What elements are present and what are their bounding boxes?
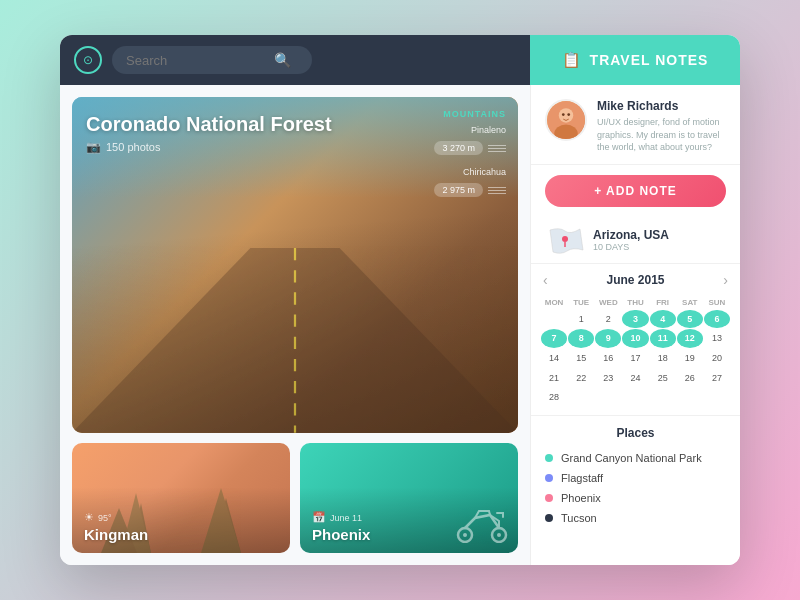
mountain-1-badge: 3 270 m (434, 141, 483, 155)
profile-section: Mike Richards UI/UX designer, fond of mo… (531, 85, 740, 165)
kingman-card[interactable]: ☀ 95° Kingman (72, 443, 290, 553)
calendar-day[interactable]: 22 (568, 369, 594, 388)
location-days: 10 DAYS (593, 242, 669, 252)
calendar-day[interactable]: 25 (650, 369, 676, 388)
mountains-overlay: MOUNTAINS Pinaleno 3 270 m (434, 109, 506, 197)
calendar-header: ‹ June 2015 › (541, 272, 730, 288)
calendar-day[interactable]: 17 (622, 349, 648, 368)
calendar-day[interactable]: 11 (650, 329, 676, 348)
mountain-2-badge: 2 975 m (434, 183, 483, 197)
place-dot (545, 474, 553, 482)
calendar-day[interactable]: 26 (677, 369, 703, 388)
mountain-2-name: Chiricahua (463, 167, 506, 177)
calendar-next-button[interactable]: › (721, 272, 730, 288)
svg-point-14 (562, 113, 565, 116)
mountain-1-name: Pinaleno (471, 125, 506, 135)
calendar-day[interactable]: 15 (568, 349, 594, 368)
calendar-day[interactable]: 6 (704, 310, 730, 329)
profile-bio: UI/UX designer, fond of motion graphics.… (597, 116, 726, 154)
calendar-day[interactable]: 13 (704, 329, 730, 348)
main-card[interactable]: Coronado National Forest 📷 150 photos MO… (72, 97, 518, 433)
places-section: Places Grand Canyon National ParkFlagsta… (531, 416, 740, 538)
photos-label: 150 photos (106, 141, 160, 153)
calendar-grid: MONTUEWEDTHUFRISATSUN1234567891011121314… (541, 296, 730, 407)
calendar-day[interactable]: 9 (595, 329, 621, 348)
place-item[interactable]: Tucson (545, 508, 726, 528)
calendar-prev-button[interactable]: ‹ (541, 272, 550, 288)
calendar-day[interactable]: 7 (541, 329, 567, 348)
place-item[interactable]: Phoenix (545, 488, 726, 508)
bottom-cards: ☀ 95° Kingman (72, 443, 518, 553)
place-item[interactable]: Grand Canyon National Park (545, 448, 726, 468)
mountains-label: MOUNTAINS (443, 109, 506, 119)
search-icon: 🔍 (274, 52, 291, 68)
svg-point-15 (567, 113, 570, 116)
sun-icon: ☀ (84, 511, 94, 524)
svg-point-16 (562, 236, 568, 242)
calendar-day (541, 310, 567, 329)
calendar-day[interactable]: 3 (622, 310, 648, 329)
place-dot (545, 494, 553, 502)
calendar-day[interactable]: 14 (541, 349, 567, 368)
phoenix-date-label: 📅 June 11 (312, 511, 506, 524)
kingman-card-content: ☀ 95° Kingman (72, 443, 290, 553)
location-section: Arizona, USA 10 DAYS (531, 217, 740, 264)
calendar-day[interactable]: 10 (622, 329, 648, 348)
calendar-day-header: SAT (677, 296, 703, 309)
calendar-day[interactable]: 28 (541, 388, 567, 407)
app-title: TRAVEL NOTES (590, 52, 709, 68)
place-name: Phoenix (561, 492, 601, 504)
calendar-day-header: THU (622, 296, 648, 309)
location-name: Arizona, USA (593, 228, 669, 242)
calendar-day[interactable]: 1 (568, 310, 594, 329)
mountain-1-lines (488, 145, 506, 152)
calendar-day[interactable]: 2 (595, 310, 621, 329)
logo-icon: ⊙ (74, 46, 102, 74)
place-dot (545, 514, 553, 522)
location-info: Arizona, USA 10 DAYS (593, 228, 669, 252)
calendar-day[interactable]: 20 (704, 349, 730, 368)
calendar-day-header: MON (541, 296, 567, 309)
place-item[interactable]: Flagstaff (545, 468, 726, 488)
phoenix-card-content: 📅 June 11 Phoenix (300, 443, 518, 553)
camera-icon: 📷 (86, 140, 101, 154)
header-right-travel-notes: 📋 TRAVEL NOTES (530, 35, 740, 85)
left-panel: Coronado National Forest 📷 150 photos MO… (60, 85, 530, 565)
kingman-title: Kingman (84, 526, 278, 543)
notes-icon: 📋 (562, 51, 582, 69)
profile-name: Mike Richards (597, 99, 726, 113)
calendar-day[interactable]: 5 (677, 310, 703, 329)
calendar-day[interactable]: 16 (595, 349, 621, 368)
place-dot (545, 454, 553, 462)
add-note-button[interactable]: + ADD NOTE (545, 175, 726, 207)
place-name: Tucson (561, 512, 597, 524)
calendar-small-icon: 📅 (312, 511, 326, 524)
mountain-2: Chiricahua 2 975 m (434, 167, 506, 197)
calendar-day[interactable]: 18 (650, 349, 676, 368)
place-name: Flagstaff (561, 472, 603, 484)
calendar-month: June 2015 (606, 273, 664, 287)
calendar-day[interactable]: 8 (568, 329, 594, 348)
calendar-day-header: WED (595, 296, 621, 309)
calendar-day[interactable]: 19 (677, 349, 703, 368)
calendar-day[interactable]: 21 (541, 369, 567, 388)
search-bar-wrapper: 🔍 (112, 46, 312, 74)
profile-info: Mike Richards UI/UX designer, fond of mo… (597, 99, 726, 154)
app-container: ⊙ 🔍 📋 TRAVEL NOTES C (60, 35, 740, 565)
calendar-section: ‹ June 2015 › MONTUEWEDTHUFRISATSUN12345… (531, 264, 740, 416)
calendar-day[interactable]: 4 (650, 310, 676, 329)
calendar-day[interactable]: 27 (704, 369, 730, 388)
calendar-day[interactable]: 23 (595, 369, 621, 388)
calendar-day[interactable]: 24 (622, 369, 648, 388)
mountain-1: Pinaleno 3 270 m (434, 125, 506, 155)
header-left: ⊙ 🔍 (60, 35, 530, 85)
calendar-day-header: SUN (704, 296, 730, 309)
calendar-day[interactable]: 12 (677, 329, 703, 348)
phoenix-title: Phoenix (312, 526, 506, 543)
body: Coronado National Forest 📷 150 photos MO… (60, 85, 740, 565)
map-icon (545, 225, 585, 255)
places-title: Places (545, 426, 726, 440)
phoenix-card[interactable]: 📅 June 11 Phoenix (300, 443, 518, 553)
calendar-day-header: FRI (650, 296, 676, 309)
search-input[interactable] (126, 53, 266, 68)
